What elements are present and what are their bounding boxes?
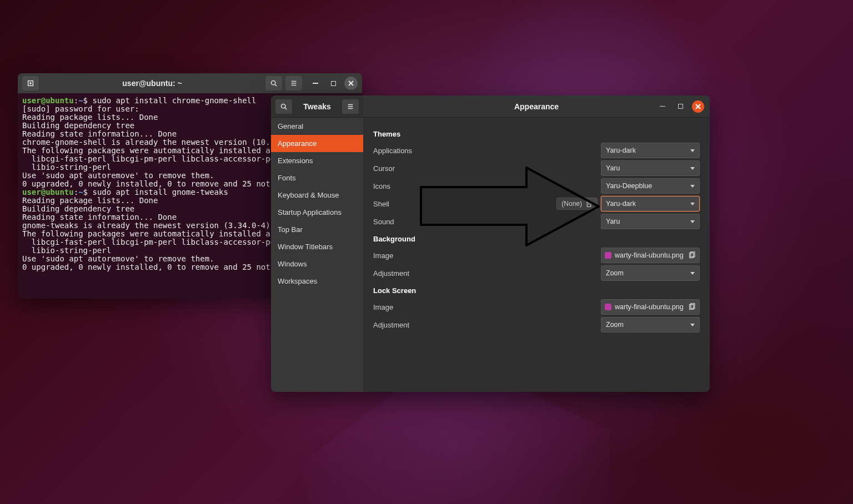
output-line: 0 upgraded, 0 newly installed, 0 to remo… bbox=[22, 263, 308, 271]
select-cursor-value: Yaru bbox=[606, 164, 620, 172]
select-shell-value: Yaru-dark bbox=[606, 200, 636, 208]
select-sound-value: Yaru bbox=[606, 218, 620, 225]
tweaks-minimize-button[interactable] bbox=[656, 100, 669, 113]
terminal-maximize-button[interactable] bbox=[327, 77, 340, 90]
section-lock-screen: Lock Screen bbox=[373, 286, 700, 295]
select-icons-value: Yaru-Deepblue bbox=[606, 182, 652, 190]
label-sound: Sound bbox=[373, 218, 601, 226]
chevron-down-icon bbox=[690, 185, 695, 188]
sidebar-item-windows[interactable]: Windows bbox=[271, 255, 363, 273]
search-icon bbox=[270, 79, 278, 87]
sidebar-item-keyboard-mouse[interactable]: Keyboard & Mouse bbox=[271, 187, 363, 204]
select-icons[interactable]: Yaru-Deepblue bbox=[601, 178, 700, 194]
svg-line-11 bbox=[285, 107, 287, 109]
chevron-down-icon bbox=[690, 203, 695, 205]
output-line: Reading state information... Done bbox=[22, 129, 177, 138]
tweaks-close-button[interactable] bbox=[692, 100, 704, 113]
row-sound: Sound Yaru bbox=[373, 213, 700, 230]
tweaks-main: Appearance Themes Applications Yaru-dark… bbox=[363, 95, 710, 392]
terminal-titlebar[interactable]: user@ubuntu: ~ bbox=[18, 73, 362, 93]
output-line: The following packages were automaticall… bbox=[22, 146, 308, 155]
command-2: sudo apt install gnome-tweaks bbox=[92, 188, 228, 196]
file-lock-image-name: warty-final-ubuntu.png bbox=[615, 303, 685, 311]
file-lock-image[interactable]: warty-final-ubuntu.png bbox=[601, 299, 700, 315]
hamburger-icon bbox=[290, 79, 298, 87]
prompt-user: user@ubuntu bbox=[22, 188, 74, 196]
output-line: Building dependency tree bbox=[22, 121, 134, 130]
section-background: Background bbox=[373, 235, 700, 243]
sidebar-item-fonts[interactable]: Fonts bbox=[271, 169, 363, 187]
tweaks-sidebar-title: Tweaks bbox=[297, 102, 338, 111]
label-cursor: Cursor bbox=[373, 164, 601, 173]
label-lock-image: Image bbox=[373, 303, 601, 311]
select-cursor[interactable]: Yaru bbox=[601, 160, 700, 176]
output-line: Use 'sudo apt autoremove' to remove them… bbox=[22, 171, 214, 180]
command-1: sudo apt install chrome-gnome-shell bbox=[92, 96, 256, 105]
output-line: libio-string-perl bbox=[22, 163, 111, 172]
close-icon bbox=[348, 80, 354, 86]
copy-icon bbox=[688, 303, 696, 311]
sidebar-item-general[interactable]: General bbox=[271, 118, 363, 135]
sidebar-item-appearance[interactable]: Appearance bbox=[271, 135, 363, 152]
image-thumbnail-icon bbox=[605, 252, 611, 259]
label-bg-adjust: Adjustment bbox=[373, 269, 601, 278]
terminal-search-button[interactable] bbox=[265, 76, 282, 90]
chevron-down-icon bbox=[690, 220, 695, 223]
tweaks-main-header: Appearance bbox=[363, 95, 710, 118]
select-shell[interactable]: Yaru-dark bbox=[601, 196, 700, 211]
select-applications[interactable]: Yaru-dark bbox=[601, 143, 700, 158]
output-line: libcgi-fast-perl libcgi-pm-perl libclass… bbox=[22, 154, 308, 163]
row-shell: Shell (None) Yaru-dark bbox=[373, 195, 700, 213]
output-line: libio-string-perl bbox=[22, 246, 111, 255]
terminal-title: user@ubuntu: ~ bbox=[42, 79, 262, 88]
output-line: The following packages were automaticall… bbox=[22, 229, 308, 238]
image-thumbnail-icon bbox=[605, 304, 611, 310]
select-sound[interactable]: Yaru bbox=[601, 214, 700, 229]
label-applications: Applications bbox=[373, 147, 601, 155]
select-bg-adjust-value: Zoom bbox=[606, 269, 624, 277]
row-bg-image: Image warty-final-ubuntu.png bbox=[373, 246, 700, 264]
chevron-down-icon bbox=[690, 324, 695, 326]
output-line: chrome-gnome-shell is already the newest… bbox=[22, 138, 294, 147]
label-icons: Icons bbox=[373, 182, 601, 190]
terminal-window-controls bbox=[309, 77, 358, 90]
row-cursor: Cursor Yaru bbox=[373, 159, 700, 177]
terminal-menu-button[interactable] bbox=[285, 76, 302, 90]
select-lock-adjust[interactable]: Zoom bbox=[601, 317, 700, 332]
new-tab-icon bbox=[27, 79, 34, 87]
output-line: [sudo] password for user: bbox=[22, 104, 139, 113]
output-line: Reading package lists... Done bbox=[22, 113, 158, 122]
file-bg-image[interactable]: warty-final-ubuntu.png bbox=[601, 248, 700, 263]
shell-none-chip[interactable]: (None) bbox=[556, 198, 598, 210]
output-line: gnome-tweaks is already the newest versi… bbox=[22, 221, 275, 230]
svg-point-3 bbox=[271, 80, 275, 84]
sidebar-item-window-titlebars[interactable]: Window Titlebars bbox=[271, 238, 363, 255]
chevron-down-icon bbox=[690, 272, 695, 275]
tweaks-search-button[interactable] bbox=[275, 99, 292, 114]
row-lock-image: Image warty-final-ubuntu.png bbox=[373, 298, 700, 316]
tweaks-menu-button[interactable] bbox=[342, 99, 359, 114]
output-line: Use 'sudo apt autoremove' to remove them… bbox=[22, 254, 214, 263]
svg-line-4 bbox=[275, 84, 277, 86]
tweaks-sidebar: Tweaks General Appearance Extensions Fon… bbox=[271, 95, 363, 392]
prompt-path: ~ bbox=[78, 96, 83, 105]
terminal-close-button[interactable] bbox=[344, 77, 358, 90]
sidebar-item-extensions[interactable]: Extensions bbox=[271, 152, 363, 169]
tweaks-maximize-button[interactable] bbox=[674, 100, 686, 113]
sidebar-item-workspaces[interactable]: Workspaces bbox=[271, 273, 363, 290]
new-tab-button[interactable] bbox=[22, 76, 39, 90]
terminal-minimize-button[interactable] bbox=[309, 77, 322, 90]
row-bg-adjust: Adjustment Zoom bbox=[373, 264, 700, 282]
svg-point-10 bbox=[281, 104, 285, 108]
tweaks-window: Tweaks General Appearance Extensions Fon… bbox=[271, 95, 710, 392]
sidebar-item-startup-applications[interactable]: Startup Applications bbox=[271, 204, 363, 221]
row-icons: Icons Yaru-Deepblue bbox=[373, 177, 700, 195]
select-bg-adjust[interactable]: Zoom bbox=[601, 265, 700, 281]
sidebar-item-top-bar[interactable]: Top Bar bbox=[271, 221, 363, 238]
label-lock-adjust: Adjustment bbox=[373, 321, 601, 329]
chevron-down-icon bbox=[690, 167, 695, 170]
label-bg-image: Image bbox=[373, 251, 601, 260]
chevron-down-icon bbox=[690, 149, 695, 152]
close-icon bbox=[695, 104, 701, 109]
prompt-user: user@ubuntu bbox=[22, 96, 74, 105]
